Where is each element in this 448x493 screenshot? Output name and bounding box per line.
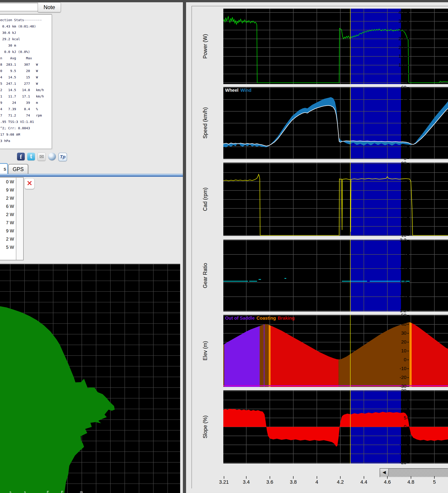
interval-list[interactable]: 0 W9 W2 W6 W2 W7 W9 W2 W5 W xyxy=(0,177,24,260)
interval-list-scrollbar[interactable] xyxy=(16,178,23,260)
y-tick-mark xyxy=(407,30,409,30)
y-tick-label: 300 xyxy=(381,27,406,33)
list-item[interactable]: 9 W xyxy=(0,186,14,194)
y-tick-label: 20 xyxy=(381,132,406,137)
x-tick-label: 4.4 xyxy=(356,479,372,485)
y-tick-mark xyxy=(407,82,409,83)
delete-interval-button[interactable]: ✕ xyxy=(24,178,34,189)
list-item[interactable]: 9 W xyxy=(0,227,14,235)
y-tick-mark xyxy=(407,88,409,88)
note-button[interactable]: Note xyxy=(38,2,61,12)
y-tick-mark xyxy=(407,111,409,112)
slope-axis-title: Slope (%) xyxy=(202,393,209,461)
y-tick-mark xyxy=(407,172,409,173)
y-tick-mark xyxy=(407,254,409,255)
x-tick-label: 4.2 xyxy=(332,479,348,485)
list-item[interactable]: 7 W xyxy=(0,219,14,227)
x-tick-label: 5 xyxy=(426,479,442,485)
map-axis-label: E xyxy=(61,490,63,493)
speed-plot[interactable] xyxy=(223,87,448,159)
y-tick-label: 30 xyxy=(381,330,406,336)
x-tick-mark xyxy=(224,476,224,479)
y-tick-mark xyxy=(407,268,409,269)
y-tick-label: 2.2 xyxy=(381,237,406,243)
y-tick-mark xyxy=(407,391,409,391)
x-tick-label: 4.8 xyxy=(403,479,419,485)
scroll-left-arrow-icon[interactable]: ◀ xyxy=(380,469,389,476)
elev-plot[interactable] xyxy=(223,315,448,387)
gear-axis-title: Gear Ratio xyxy=(202,242,209,310)
legend-item: Braking xyxy=(278,315,295,321)
legend-item: Wheel xyxy=(225,88,238,93)
y-tick-label: 0 xyxy=(381,357,406,362)
map-axis-label: s xyxy=(10,490,11,493)
window-top-bar xyxy=(0,0,448,2)
list-item[interactable]: 6 W xyxy=(0,202,14,210)
y-tick-label: 10 xyxy=(381,144,406,149)
app-window: Note ection Stats--------- 0.43 km (0:01… xyxy=(0,0,448,493)
y-tick-label: 200 xyxy=(381,45,406,50)
y-tick-mark xyxy=(407,445,409,445)
y-tick-mark xyxy=(407,418,409,418)
y-tick-label: 60 xyxy=(381,85,406,90)
list-item[interactable]: 0 W xyxy=(0,178,14,186)
tab-partial-label: s xyxy=(4,166,6,172)
cad-plot[interactable] xyxy=(223,163,448,236)
y-tick-mark xyxy=(407,163,409,164)
y-tick-label: 10 xyxy=(381,232,406,238)
y-tick-mark xyxy=(407,226,409,227)
y-tick-mark xyxy=(407,454,409,454)
horizontal-scrollbar[interactable]: ◀ xyxy=(380,468,448,477)
y-tick-mark xyxy=(407,240,409,241)
y-tick-label: 80 xyxy=(381,170,406,175)
note-input[interactable] xyxy=(0,3,39,11)
gear-plot[interactable] xyxy=(223,240,448,312)
power-plot[interactable] xyxy=(223,9,448,84)
y-tick-label: 0 xyxy=(381,156,406,161)
y-tick-label: 20 xyxy=(381,388,406,393)
y-tick-mark xyxy=(407,342,409,342)
y-tick-label: 20 xyxy=(381,339,406,345)
earth-icon[interactable] xyxy=(48,153,56,160)
mail-icon[interactable]: ✉ xyxy=(37,153,46,161)
speed-axis-title: Speed (km/h) xyxy=(202,89,209,157)
trainingpeaks-icon[interactable]: Tp xyxy=(58,153,67,161)
x-tick-mark xyxy=(340,476,341,479)
y-tick-mark xyxy=(407,235,409,235)
tab-partial[interactable]: s xyxy=(0,163,8,174)
y-tick-mark xyxy=(407,21,409,22)
facebook-icon[interactable]: f xyxy=(17,153,25,160)
y-tick-mark xyxy=(407,351,409,351)
y-tick-mark xyxy=(407,386,409,387)
scrollbar-track[interactable] xyxy=(389,469,448,477)
y-tick-label: 40 xyxy=(381,206,406,211)
elev-axis-title: Elev (m) xyxy=(202,317,209,385)
y-tick-label: 10 xyxy=(381,406,406,411)
y-tick-mark xyxy=(407,146,409,147)
y-tick-label: -10 xyxy=(381,442,406,447)
route-map-chart[interactable]: ssEEm xyxy=(0,264,180,493)
slope-plot[interactable] xyxy=(223,390,448,463)
y-tick-mark xyxy=(407,400,409,400)
elev-legend: Out of SaddleCoastingBraking xyxy=(225,315,296,321)
list-item[interactable]: 2 W xyxy=(0,210,14,219)
panel-divider[interactable] xyxy=(183,0,186,493)
y-tick-mark xyxy=(407,199,409,200)
tab-gps[interactable]: GPS xyxy=(8,164,28,174)
y-tick-label: 60 xyxy=(381,188,406,193)
tab-separator-bar xyxy=(0,174,183,177)
y-tick-mark xyxy=(407,311,409,311)
list-item[interactable]: 5 W xyxy=(0,243,14,251)
y-tick-mark xyxy=(407,324,409,325)
y-tick-label: 15 xyxy=(381,397,406,403)
y-tick-mark xyxy=(407,427,409,427)
x-tick-label: 3.4 xyxy=(238,479,254,485)
list-item[interactable]: 2 W xyxy=(0,235,14,243)
list-item[interactable]: 2 W xyxy=(0,194,14,202)
twitter-icon[interactable]: t xyxy=(27,153,35,160)
map-axis-label: s xyxy=(24,490,26,493)
map-axis-label: E xyxy=(47,490,49,493)
y-tick-mark xyxy=(407,315,409,316)
y-tick-label: 10 xyxy=(381,348,406,354)
y-tick-label: 40 xyxy=(381,322,406,327)
